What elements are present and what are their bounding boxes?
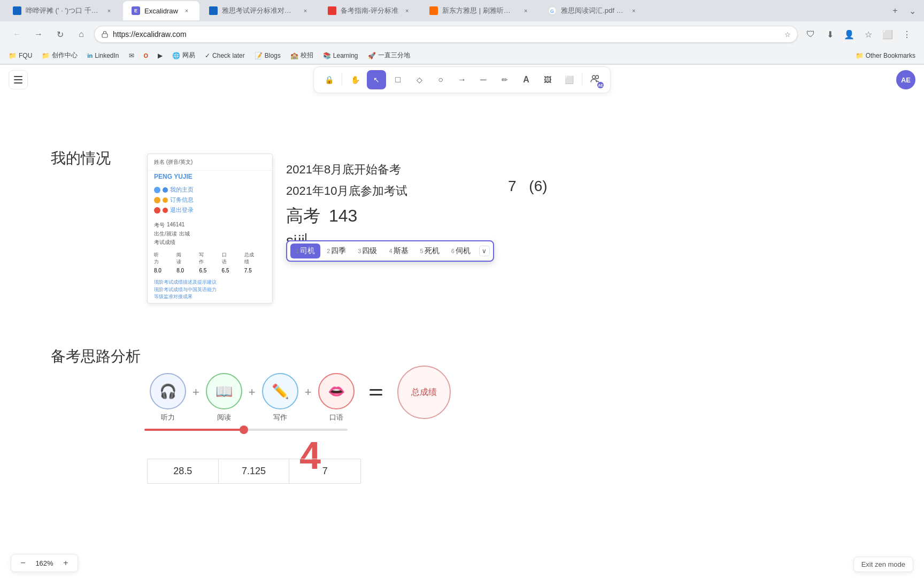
tool-rect[interactable] [388, 70, 407, 89]
autocomplete-item-6[interactable]: 6伺机 [446, 244, 476, 258]
autocomplete-item-1[interactable]: 1司机 [290, 244, 320, 258]
tool-line[interactable] [474, 70, 493, 89]
progress-bar-fill [144, 429, 241, 431]
tab-xdf-close[interactable]: × [521, 6, 530, 15]
score-h3b: 作 [199, 258, 220, 265]
gaokao-row: 高考 143 [286, 204, 357, 228]
bookmark-xiaozhao[interactable]: 🏫 校招 [286, 49, 318, 62]
tool-cursor[interactable] [367, 70, 386, 89]
refresh-button[interactable]: ↻ [51, 26, 68, 43]
bookmark-xiaozhao-label: 校招 [301, 51, 313, 60]
exit-zen-button[interactable]: Exit zen mode [853, 557, 913, 572]
bookmark-linkedin[interactable]: in LinkedIn [83, 50, 123, 62]
lock-icon [325, 75, 334, 85]
autocomplete-item-5[interactable]: 5死机 [415, 244, 445, 258]
tab-excalidraw-close[interactable]: × [182, 6, 191, 15]
bookmark-fqu[interactable]: 📁 FQU [4, 50, 36, 62]
autocomplete-expand-btn[interactable]: ∨ [479, 246, 490, 256]
bookmark-learning[interactable]: 📚 Learning [319, 50, 363, 62]
security-icon [101, 31, 109, 38]
autocomplete-num-3: 3 [358, 248, 361, 254]
tab-list-button[interactable]: ⌄ [905, 3, 920, 18]
browser-menu-button[interactable]: ⋮ [898, 26, 915, 43]
skill-circle-read: 📖 [206, 373, 242, 409]
section1-title: 我的情况 [51, 148, 111, 169]
autocomplete-item-2[interactable]: 2四季 [321, 244, 351, 258]
plus-1: + [192, 385, 199, 399]
autocomplete-num-2: 2 [327, 248, 330, 254]
forward-button[interactable]: → [30, 26, 47, 43]
autocomplete-num-4: 4 [389, 248, 392, 254]
bookmark-yizhan[interactable]: 🚀 一直三分地 [364, 49, 414, 62]
ielts-link-logout[interactable]: 退出登录 [154, 206, 266, 214]
section2-title: 备考思路分析 [51, 346, 141, 367]
back-button[interactable]: ← [9, 26, 26, 43]
bookmark-learning-label: Learning [333, 52, 358, 59]
tab-bilibili[interactable]: 哗哗评摊 (' · ')つ口 千坏~-bilibil... × [4, 1, 122, 20]
autocomplete-item-3[interactable]: 3四级 [352, 244, 382, 258]
canvas-area[interactable]: 我的情况 姓名 (拼音/英文) PENG YUJIE 我的主页 订务信息 退出登… [0, 95, 924, 578]
autocomplete-label-3: 四级 [362, 246, 377, 255]
bookmark-chuang-icon: 📁 [42, 52, 50, 59]
bookmark-office[interactable]: O [140, 50, 153, 61]
tool-arrow[interactable] [452, 70, 472, 89]
score-v3: 6.5 [199, 268, 220, 273]
ielts-link-personal[interactable]: 我的主页 [154, 186, 266, 194]
bookmark-linkedin-icon: in [87, 52, 93, 59]
tab-guide[interactable]: 备考指南-评分标准 × [319, 1, 420, 20]
tool-circle[interactable] [431, 70, 450, 89]
profile-button[interactable]: 👤 [841, 26, 858, 43]
bookmark-youtube[interactable]: ▶ [153, 50, 167, 62]
other-bookmarks[interactable]: 📁 Other Bookmarks [851, 50, 920, 62]
download-button[interactable]: ⬇ [821, 26, 838, 43]
autocomplete-dropdown[interactable]: 1司机 2四季 3四级 4斯基 5死机 6伺机 ∨ [286, 240, 494, 262]
avatar-small-initials: AE [598, 83, 603, 87]
tool-collab[interactable]: AE [586, 70, 605, 89]
bookmark-gmail[interactable]: ✉ [125, 50, 138, 62]
collections-button[interactable]: ⬜ [879, 26, 896, 43]
tool-lock[interactable] [319, 70, 338, 89]
zoom-in-button[interactable]: + [59, 557, 72, 569]
tab-excalidraw[interactable]: E Excalidraw × [123, 1, 199, 20]
hand-icon [351, 75, 360, 85]
tab-xdf[interactable]: 新东方雅思 | 刷雅听说读写练习,听最... × [421, 1, 538, 20]
ielts-score-label-row: 考试成绩 [154, 239, 266, 246]
tab-ielts-close[interactable]: × [301, 6, 310, 15]
bookmark-blogs[interactable]: 📝 Blogs [250, 50, 285, 62]
table-cell-2: 7.125 [219, 459, 290, 483]
menu-button[interactable] [9, 70, 28, 89]
tab-bilibili-close[interactable]: × [105, 6, 113, 15]
favorite-button[interactable]: ☆ [860, 26, 877, 43]
tab-google-close[interactable]: × [629, 6, 638, 15]
tool-hand[interactable] [345, 70, 365, 89]
zoom-out-button[interactable]: − [17, 557, 29, 569]
rect-icon [395, 75, 401, 85]
avatar-button[interactable]: AE [896, 70, 915, 89]
svg-text:G: G [550, 9, 554, 14]
tool-image[interactable] [538, 70, 557, 89]
score-h2: 阅 [176, 252, 198, 258]
tool-pencil[interactable] [495, 70, 514, 89]
home-button[interactable]: ⌂ [73, 26, 90, 43]
svg-point-7 [596, 75, 599, 79]
tab-ielts-score[interactable]: 雅思考试评分标准对照表 听力阅读习... × [201, 1, 318, 20]
bookmark-star-icon[interactable]: ☆ [784, 31, 791, 39]
autocomplete-label-5: 死机 [425, 246, 440, 255]
exam-number-label: 考号 [154, 222, 165, 229]
tab-google[interactable]: G 雅思阅读词汇.pdf - Google 搜索... × [540, 1, 646, 20]
ielts-link-account[interactable]: 订务信息 [154, 196, 266, 204]
bookmark-youtube-icon: ▶ [158, 52, 163, 59]
new-tab-button[interactable]: + [888, 3, 903, 18]
tab-guide-close[interactable]: × [403, 6, 411, 15]
bookmark-wangyi[interactable]: 🌐 网易 [168, 49, 199, 62]
autocomplete-item-4[interactable]: 4斯基 [383, 244, 413, 258]
ielts-card-info: 考号 146141 出生/就读 出城 考试成绩 [148, 217, 272, 252]
tool-eraser[interactable] [559, 70, 579, 89]
tool-diamond[interactable] [410, 70, 429, 89]
extensions-button[interactable]: 🛡 [802, 26, 819, 43]
bookmark-check[interactable]: ✓ Check later [201, 50, 249, 62]
bookmark-chuang[interactable]: 📁 创作中心 [37, 49, 82, 62]
tool-text[interactable] [517, 70, 536, 89]
svg-rect-2 [102, 34, 107, 37]
url-bar[interactable]: https://excalidraw.com ☆ [94, 26, 798, 43]
